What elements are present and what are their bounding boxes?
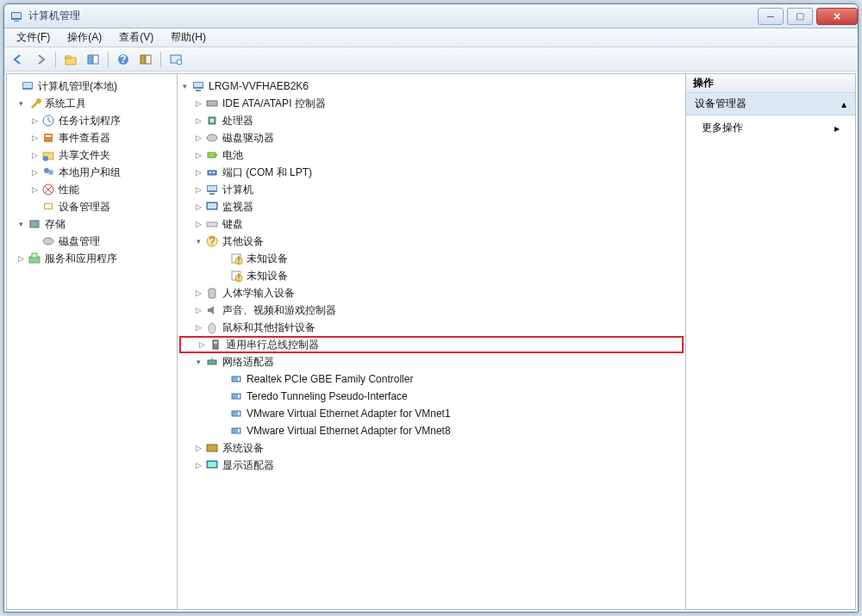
actions-section[interactable]: 设备管理器 ▴ <box>686 93 855 115</box>
device-category[interactable]: ▾网络适配器 <box>179 353 684 370</box>
device-category[interactable]: ▷键盘 <box>179 215 684 233</box>
expander-icon[interactable]: ▷ <box>193 150 203 160</box>
device-category[interactable]: ▷IDE ATA/ATAPI 控制器 <box>179 95 684 112</box>
device-category[interactable]: ▷声音、视频和游戏控制器 <box>179 302 684 319</box>
disk-icon <box>205 131 219 145</box>
device-category[interactable]: ▷人体学输入设备 <box>179 284 684 302</box>
expander-icon[interactable]: ▷ <box>16 253 26 264</box>
tree-storage[interactable]: ▾ 存储 <box>9 215 175 233</box>
expander-icon[interactable]: ▷ <box>197 339 207 350</box>
properties-button[interactable] <box>135 50 156 69</box>
device-category[interactable]: ▷监视器 <box>179 198 684 215</box>
device-category[interactable]: ▷电池 <box>179 146 684 164</box>
expander-icon[interactable]: ▾ <box>16 219 26 229</box>
svg-point-56 <box>209 323 216 333</box>
expander-icon[interactable]: ▷ <box>193 133 203 143</box>
tree-label: 共享文件夹 <box>59 148 110 163</box>
device-item[interactable]: ▷VMware Virtual Ethernet Adapter for VMn… <box>179 405 684 422</box>
tree-label: 系统设备 <box>222 441 264 456</box>
tree-label: 计算机 <box>222 183 253 197</box>
tree-root-computer-mgmt[interactable]: ▷ 计算机管理(本地) <box>9 78 175 95</box>
svg-rect-63 <box>238 395 240 398</box>
device-root[interactable]: ▾LRGM-VVFHAEB2K6 <box>179 78 684 95</box>
tree-services[interactable]: ▷ 服务和应用程序 <box>9 250 175 267</box>
menu-action[interactable]: 操作(A) <box>59 28 110 47</box>
maximize-button[interactable]: ▢ <box>787 8 813 25</box>
device-category[interactable]: ▷通用串行总线控制器 <box>179 336 684 353</box>
svg-rect-30 <box>194 83 203 87</box>
expander-icon[interactable]: ▷ <box>193 202 203 212</box>
expander-icon[interactable]: ▷ <box>193 219 203 229</box>
expander-icon[interactable]: ▷ <box>193 98 203 109</box>
tree-event-viewer[interactable]: ▷ 事件查看器 <box>9 129 175 146</box>
svg-text:?: ? <box>120 53 126 65</box>
svg-rect-2 <box>14 21 19 22</box>
expander-icon[interactable]: ▷ <box>29 133 40 143</box>
tree-shared-folders[interactable]: ▷ 共享文件夹 <box>9 146 175 164</box>
forward-button[interactable] <box>30 50 51 69</box>
expander-icon[interactable]: ▾ <box>16 98 26 109</box>
device-category[interactable]: ▷处理器 <box>179 112 684 129</box>
refresh-button[interactable] <box>166 50 186 69</box>
svg-point-12 <box>177 59 182 65</box>
help-button[interactable]: ? <box>113 50 134 69</box>
menu-help[interactable]: 帮助(H) <box>162 28 215 47</box>
expander-icon[interactable]: ▷ <box>193 322 203 333</box>
expander-icon[interactable]: ▷ <box>193 184 203 195</box>
expander-icon[interactable]: ▷ <box>29 167 40 177</box>
device-item[interactable]: ▷!未知设备 <box>179 267 684 284</box>
device-item[interactable]: ▷VMware Virtual Ethernet Adapter for VMn… <box>179 422 684 439</box>
tree-label: LRGM-VVFHAEB2K6 <box>209 80 309 92</box>
tree-label: 网络适配器 <box>222 355 274 370</box>
device-category[interactable]: ▷计算机 <box>179 181 684 198</box>
expander-icon[interactable]: ▷ <box>193 167 203 177</box>
device-category[interactable]: ▷系统设备 <box>179 439 684 457</box>
tree-label: 事件查看器 <box>59 131 110 146</box>
tree-label: 监视器 <box>222 200 253 215</box>
expander-icon[interactable]: ▷ <box>193 115 203 126</box>
expander-icon[interactable]: ▾ <box>193 357 203 367</box>
device-category[interactable]: ▷显示适配器 <box>179 457 684 474</box>
tree-device-manager[interactable]: ▷ 设备管理器 <box>9 198 175 215</box>
expander-icon[interactable]: ▷ <box>29 184 40 195</box>
show-hide-tree-button[interactable] <box>83 50 103 69</box>
tree-label: 声音、视频和游戏控制器 <box>222 303 336 318</box>
svg-point-40 <box>213 171 215 173</box>
device-tree: ▾LRGM-VVFHAEB2K6▷IDE ATA/ATAPI 控制器▷处理器▷磁… <box>178 74 685 477</box>
menu-file[interactable]: 文件(F) <box>8 28 59 47</box>
titlebar: 计算机管理 ─ ▢ × <box>4 4 858 28</box>
expander-icon[interactable]: ▷ <box>29 150 40 160</box>
computer-mgmt-icon <box>21 79 34 93</box>
app-icon <box>9 9 23 23</box>
expander-icon[interactable]: ▷ <box>193 443 203 453</box>
device-category[interactable]: ▷磁盘驱动器 <box>179 129 684 146</box>
nic-icon <box>229 372 243 386</box>
close-button[interactable]: × <box>816 8 858 25</box>
device-item[interactable]: ▷!未知设备 <box>179 250 684 267</box>
tree-task-scheduler[interactable]: ▷ 任务计划程序 <box>9 112 175 129</box>
device-category[interactable]: ▾?其他设备 <box>179 233 684 250</box>
tree-label: 显示适配器 <box>222 458 274 473</box>
actions-more[interactable]: 更多操作 ▸ <box>686 115 855 140</box>
up-button[interactable] <box>60 50 81 69</box>
menu-view[interactable]: 查看(V) <box>110 28 162 47</box>
expander-icon[interactable]: ▾ <box>179 81 190 91</box>
expander-icon[interactable]: ▷ <box>193 305 203 315</box>
svg-rect-34 <box>210 119 214 122</box>
device-item[interactable]: ▷Teredo Tunneling Pseudo-Interface <box>179 388 684 405</box>
expander-icon[interactable]: ▷ <box>29 115 40 126</box>
expander-icon[interactable]: ▷ <box>193 288 203 298</box>
device-category[interactable]: ▷鼠标和其他指针设备 <box>179 319 684 336</box>
tree-performance[interactable]: ▷ 性能 <box>9 181 175 198</box>
tree-local-users[interactable]: ▷ 本地用户和组 <box>9 164 175 181</box>
expander-icon[interactable]: ▾ <box>193 236 203 246</box>
svg-rect-55 <box>209 289 216 298</box>
tree-disk-mgmt[interactable]: ▷ 磁盘管理 <box>9 233 175 250</box>
back-button[interactable] <box>8 50 28 69</box>
port-icon <box>205 165 219 179</box>
expander-icon[interactable]: ▷ <box>193 460 203 470</box>
tree-system-tools[interactable]: ▾ 系统工具 <box>9 95 175 112</box>
device-category[interactable]: ▷端口 (COM 和 LPT) <box>179 164 684 181</box>
minimize-button[interactable]: ─ <box>758 8 784 25</box>
device-item[interactable]: ▷Realtek PCIe GBE Family Controller <box>179 370 684 388</box>
